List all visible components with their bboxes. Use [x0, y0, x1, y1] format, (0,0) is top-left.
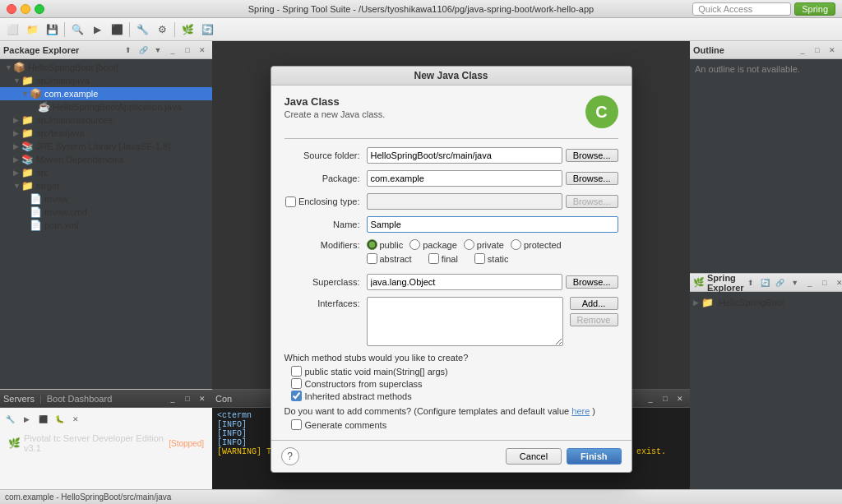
servers-close-icon[interactable]: ✕: [196, 392, 209, 405]
tree-item-pom[interactable]: 📄 pom.xml: [0, 219, 212, 232]
tree-item-jre[interactable]: ▶ 📚 JRE System Library [JavaSE-1.8]: [0, 140, 212, 153]
modifier-package[interactable]: package: [409, 239, 457, 250]
toolbar-btn-3[interactable]: 💾: [43, 21, 61, 39]
maximize-panel-icon[interactable]: □: [181, 44, 194, 57]
dialog-body: Java Class Create a new Java class. C So…: [271, 86, 632, 440]
debug-server-icon[interactable]: 🐛: [53, 413, 66, 426]
server-item-pivotal[interactable]: 🌿 Pivotal tc Server Developer Edition v3…: [3, 431, 209, 455]
modifiers-row: Modifiers: public package: [285, 239, 618, 267]
se-collapse-icon[interactable]: ⬆: [744, 276, 757, 289]
tree-item-mvnw[interactable]: 📄 mvnw: [0, 192, 212, 206]
outline-maximize-icon[interactable]: □: [811, 44, 824, 57]
tree-arrow-resources: ▶: [13, 116, 21, 124]
dialog-header-text: Java Class Create a new Java class.: [285, 95, 386, 119]
view-menu-icon[interactable]: ▼: [151, 44, 164, 57]
spring-button[interactable]: Spring: [794, 2, 835, 16]
toolbar-btn-8[interactable]: ⚙: [153, 21, 171, 39]
generate-comments-checkbox[interactable]: [291, 419, 302, 430]
servers-minimize-icon[interactable]: _: [166, 392, 179, 405]
modifiers-access-line: public package private: [367, 239, 618, 250]
name-input[interactable]: [367, 216, 618, 233]
tree-item-maven[interactable]: ▶ 📚 Maven Dependencies: [0, 153, 212, 166]
source-folder-browse-button[interactable]: Browse...: [566, 149, 618, 162]
enclosing-type-browse-button[interactable]: Browse...: [566, 195, 618, 208]
toolbar-btn-6[interactable]: ⬛: [108, 21, 126, 39]
servers-tab[interactable]: Servers: [3, 394, 35, 404]
tree-item-target[interactable]: ▼ 📁 target: [0, 179, 212, 192]
title-bar: Spring - Spring Tool Suite - /Users/tyos…: [0, 0, 842, 18]
toolbar-btn-7[interactable]: 🔧: [133, 21, 151, 39]
se-maximize-icon[interactable]: □: [818, 276, 831, 289]
center-editor-area: New Java Class Java Class Create a new J…: [212, 41, 690, 389]
package-explorer-tree: ▼ 📦 HelloSpringBoot [boot] ▼ 📁 src/main/…: [0, 59, 212, 234]
console-maximize-icon[interactable]: □: [659, 392, 672, 405]
tree-label-com-example: com.example: [44, 89, 98, 99]
quick-access-input[interactable]: Quick Access: [692, 2, 791, 16]
start-server-icon[interactable]: ▶: [20, 413, 33, 426]
stub-constructors-checkbox[interactable]: [291, 378, 302, 389]
help-button[interactable]: ?: [281, 447, 299, 465]
source-folder-input[interactable]: [367, 147, 562, 164]
tree-item-src-main-java[interactable]: ▼ 📁 src/main/java: [0, 74, 212, 87]
outline-close-icon[interactable]: ✕: [826, 44, 839, 57]
superclass-browse-button[interactable]: Browse...: [566, 275, 618, 289]
delete-server-icon[interactable]: ✕: [69, 413, 82, 426]
maximize-button[interactable]: [35, 4, 44, 14]
stub-main-checkbox[interactable]: [291, 366, 302, 377]
se-project-icon: 📁: [701, 297, 714, 308]
minimize-panel-icon[interactable]: _: [166, 44, 179, 57]
package-browse-button[interactable]: Browse...: [566, 172, 618, 185]
finish-button[interactable]: Finish: [567, 448, 621, 465]
toolbar-btn-1[interactable]: ⬜: [3, 21, 21, 39]
modifier-protected[interactable]: protected: [511, 239, 562, 250]
comments-link[interactable]: here: [571, 406, 590, 416]
tree-item-com-example[interactable]: ▼ 📦 com.example: [0, 87, 212, 100]
servers-maximize-icon[interactable]: □: [181, 392, 194, 405]
link-with-editor-icon[interactable]: 🔗: [136, 44, 150, 57]
method-stubs-section: Which method stubs would you like to cre…: [285, 353, 618, 401]
modifier-abstract[interactable]: abstract: [367, 253, 412, 264]
minimize-button[interactable]: [21, 4, 30, 14]
cancel-button[interactable]: Cancel: [506, 448, 562, 465]
modifier-private[interactable]: private: [464, 239, 504, 250]
close-button[interactable]: [7, 4, 16, 14]
toolbar-btn-9[interactable]: 🌿: [178, 21, 197, 39]
new-server-icon[interactable]: 🔧: [3, 413, 16, 426]
superclass-input[interactable]: [367, 274, 562, 290]
interfaces-add-button[interactable]: Add...: [570, 297, 618, 310]
package-input[interactable]: [367, 170, 562, 187]
tree-item-test[interactable]: ▶ 📁 src/test/java: [0, 127, 212, 140]
modifier-final[interactable]: final: [428, 253, 458, 264]
se-minimize-icon[interactable]: _: [803, 276, 817, 289]
stop-server-icon[interactable]: ⬛: [36, 413, 49, 426]
stub-inherited-checkbox[interactable]: [291, 391, 302, 401]
interfaces-input[interactable]: [367, 297, 563, 346]
se-refresh-icon[interactable]: 🔄: [759, 276, 772, 289]
se-menu-icon[interactable]: ▼: [789, 276, 802, 289]
toolbar-btn-2[interactable]: 📁: [23, 21, 41, 39]
outline-minimize-icon[interactable]: _: [796, 44, 809, 57]
se-link-icon[interactable]: 🔗: [774, 276, 787, 289]
toolbar-btn-5[interactable]: ▶: [88, 21, 106, 39]
close-panel-icon[interactable]: ✕: [196, 44, 209, 57]
modifier-public[interactable]: public: [367, 239, 404, 250]
tree-item-mvnw-cmd[interactable]: 📄 mvnw.cmd: [0, 206, 212, 219]
enclosing-type-checkbox[interactable]: [285, 197, 296, 207]
tree-item-root[interactable]: ▼ 📦 HelloSpringBoot [boot]: [0, 61, 212, 74]
toolbar-btn-10[interactable]: 🔄: [198, 21, 216, 39]
tree-item-src[interactable]: ▶ 📁 src: [0, 166, 212, 179]
enclosing-type-input[interactable]: [367, 193, 562, 210]
modifier-static[interactable]: static: [474, 253, 509, 264]
window-title: Spring - Spring Tool Suite - /Users/tyos…: [248, 4, 594, 14]
console-minimize-icon[interactable]: _: [644, 392, 657, 405]
se-close-icon[interactable]: ✕: [833, 276, 842, 289]
tree-item-app-java[interactable]: ☕ HelloSpringBootApplication.java: [0, 100, 212, 113]
interfaces-remove-button[interactable]: Remove: [570, 313, 618, 326]
collapse-all-icon[interactable]: ⬆: [122, 44, 135, 57]
se-item-hello-spring[interactable]: ▶ 📁 HelloSpringBoot: [693, 295, 839, 310]
console-title: Con: [215, 394, 232, 404]
boot-dashboard-tab[interactable]: Boot Dashboard: [47, 394, 113, 404]
tree-item-resources[interactable]: ▶ 📁 src/main/resources: [0, 113, 212, 127]
toolbar-btn-4[interactable]: 🔍: [68, 21, 86, 39]
console-close-icon[interactable]: ✕: [673, 392, 687, 405]
